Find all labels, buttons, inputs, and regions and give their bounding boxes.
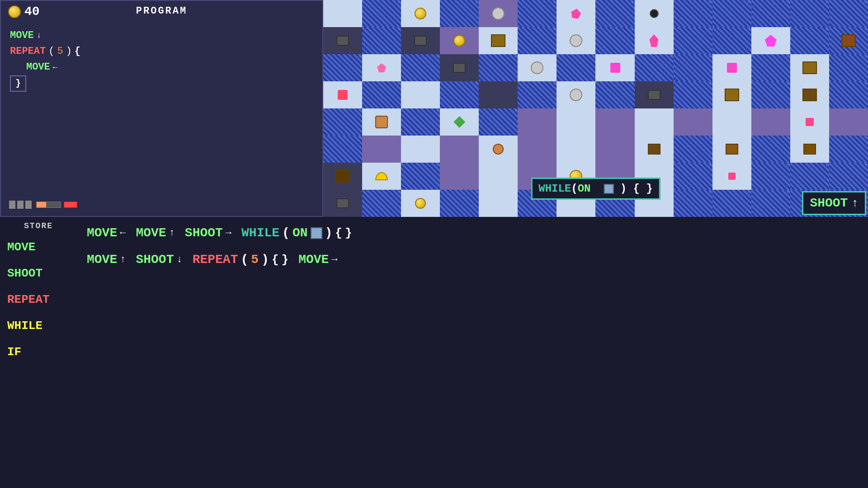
cell-7-3 — [440, 190, 479, 217]
cell-6-11 — [751, 163, 790, 190]
cell-0-12 — [790, 0, 829, 27]
cell-5-2 — [401, 136, 440, 163]
cell-5-4 — [479, 136, 518, 163]
cell-1-11 — [751, 27, 790, 54]
cell-4-8 — [635, 108, 674, 136]
cell-2-8 — [635, 54, 674, 81]
code-paren-close: ) — [66, 43, 72, 59]
cell-1-0 — [323, 27, 362, 54]
cell-0-6 — [557, 0, 595, 27]
shelf-shoot-down[interactable]: SHOOT ↓ — [135, 251, 183, 268]
cell-6-2 — [401, 163, 440, 190]
cell-0-8 — [635, 0, 674, 27]
cell-2-5 — [518, 54, 557, 81]
shoot-popup-label: SHOOT — [810, 196, 848, 210]
code-line-2: REPEAT ( 5 ) { — [10, 43, 313, 59]
cell-4-1 — [362, 108, 401, 136]
cell-4-2 — [401, 108, 440, 136]
cell-3-1 — [362, 81, 401, 108]
skip-icon[interactable] — [17, 201, 24, 209]
cell-2-2 — [401, 54, 440, 81]
cell-1-4 — [479, 27, 518, 54]
while-popup[interactable]: WHILE(ON ) { } — [531, 178, 660, 200]
code-arrow-1: ↓ — [37, 29, 42, 42]
cell-0-7 — [595, 0, 634, 27]
progress-area — [7, 200, 77, 210]
store-label: STORE — [0, 217, 77, 234]
cell-6-4 — [479, 163, 518, 190]
cell-2-6 — [557, 54, 595, 81]
cell-1-2 — [401, 27, 440, 54]
cell-5-5 — [518, 136, 557, 163]
cell-6-13 — [829, 163, 868, 190]
cell-2-0 — [323, 54, 362, 81]
pause-icon[interactable] — [9, 201, 15, 209]
cell-4-5 — [518, 108, 557, 136]
cmd-square-tile — [311, 227, 322, 239]
store-item-repeat[interactable]: REPEAT — [0, 286, 77, 313]
code-paren-open: ( — [48, 43, 54, 59]
cell-3-0 — [323, 81, 362, 108]
cell-3-3 — [440, 81, 479, 108]
cell-1-6 — [557, 27, 595, 54]
code-move-2: MOVE — [26, 59, 50, 75]
shoot-popup-arrow: ↑ — [851, 197, 859, 210]
cell-2-3 — [440, 54, 479, 81]
cell-7-9 — [674, 190, 712, 217]
store-item-while[interactable]: WHILE — [0, 313, 77, 339]
code-arrow-2: ← — [53, 61, 58, 74]
shelf-move-left[interactable]: MOVE ← — [86, 224, 127, 242]
cell-1-3 — [440, 27, 479, 54]
store-item-if[interactable]: IF — [0, 339, 77, 365]
cell-4-4 — [479, 108, 518, 136]
cell-0-3 — [440, 0, 479, 27]
store-item-shoot[interactable]: SHOOT — [0, 260, 77, 286]
playback-controls — [7, 200, 33, 210]
shelf-move-up[interactable]: MOVE ↑ — [135, 224, 175, 242]
cell-0-10 — [712, 0, 751, 27]
shelf-move-up-2[interactable]: MOVE ↑ — [86, 251, 127, 268]
code-repeat: REPEAT — [10, 43, 46, 59]
coin-count: 40 — [24, 5, 40, 19]
cell-5-11 — [751, 136, 790, 163]
cell-3-6 — [557, 81, 595, 108]
cell-0-5 — [518, 0, 557, 27]
cell-3-2 — [401, 81, 440, 108]
shelf-while-on[interactable]: WHILE ( ON ) { } — [241, 224, 353, 242]
cell-6-12 — [790, 163, 829, 190]
cell-6-10 — [712, 163, 751, 190]
cell-5-10 — [712, 136, 751, 163]
cell-2-11 — [751, 54, 790, 81]
close-brace-box[interactable]: } — [10, 75, 26, 92]
cell-4-6 — [557, 108, 595, 136]
cell-4-11 — [751, 108, 790, 136]
code-brace-open: { — [75, 43, 80, 59]
tile-icon — [604, 184, 613, 194]
stop-icon[interactable] — [25, 201, 32, 209]
cell-1-7 — [595, 27, 634, 54]
store-item-move[interactable]: MOVE — [0, 234, 77, 260]
cell-2-12 — [790, 54, 829, 81]
coin-icon — [8, 5, 21, 18]
shelf-move-right[interactable]: MOVE → — [297, 251, 338, 268]
cell-5-0 — [323, 136, 362, 163]
cell-5-13 — [829, 136, 868, 163]
cell-3-7 — [595, 81, 634, 108]
cell-3-5 — [518, 81, 557, 108]
shelf-row-1: MOVE ← MOVE ↑ SHOOT → WHILE ( ON ) { } — [86, 224, 859, 242]
shoot-popup[interactable]: SHOOT ↑ — [802, 191, 866, 215]
while-popup-content: WHILE(ON ) { } — [538, 183, 652, 195]
cell-3-9 — [674, 81, 712, 108]
cell-3-8 — [635, 81, 674, 108]
cell-4-3 — [440, 108, 479, 136]
game-grid: WHILE(ON ) { } SHOOT ↑ — [323, 0, 868, 217]
code-num: 5 — [57, 43, 63, 59]
cell-5-6 — [557, 136, 595, 163]
shelf-shoot-right[interactable]: SHOOT → — [184, 224, 232, 242]
cell-4-7 — [595, 108, 634, 136]
cell-7-4 — [479, 190, 518, 217]
cell-4-0 — [323, 108, 362, 136]
shelf-repeat-5[interactable]: REPEAT ( 5 ) { } — [192, 251, 289, 268]
cell-2-1 — [362, 54, 401, 81]
cell-0-11 — [751, 0, 790, 27]
